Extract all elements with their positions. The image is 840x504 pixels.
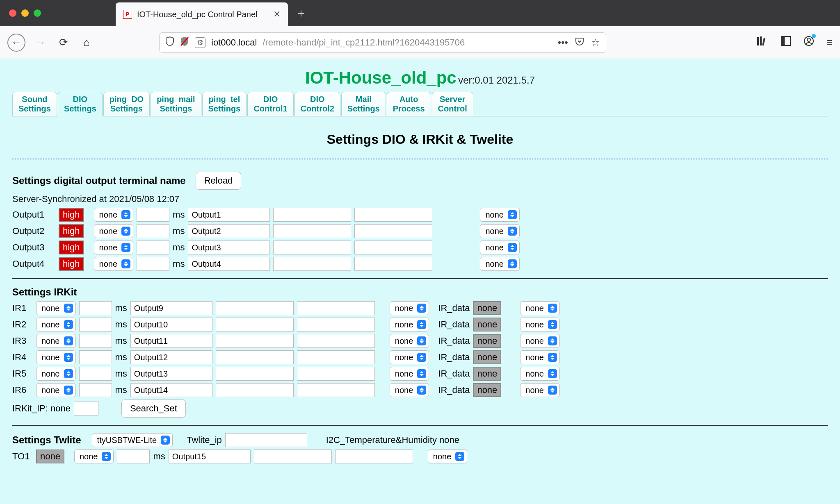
field1-input[interactable] [216, 301, 294, 315]
irdata-value[interactable]: none [473, 334, 501, 348]
name-input[interactable] [130, 383, 212, 397]
interval-select[interactable]: none [36, 367, 76, 381]
twlite-ip-input[interactable] [225, 433, 307, 447]
tab-ping-do[interactable]: ping_DOSettings [103, 92, 150, 116]
name-input[interactable] [188, 257, 270, 271]
name-input[interactable] [188, 241, 270, 254]
field2-input[interactable] [297, 334, 375, 348]
field2-input[interactable] [354, 208, 432, 222]
field2-input[interactable] [354, 241, 432, 254]
irdata-value[interactable]: none [473, 367, 501, 381]
interval-select[interactable]: none [94, 224, 134, 238]
interval-select[interactable]: none [74, 450, 114, 463]
field2-input[interactable] [335, 450, 413, 463]
page-actions-icon[interactable]: ••• [558, 37, 568, 48]
option-select[interactable]: none [480, 208, 520, 222]
field2-input[interactable] [297, 350, 375, 364]
window-close[interactable] [9, 9, 16, 17]
tab-mail[interactable]: MailSettings [341, 92, 386, 116]
state-badge[interactable]: high [59, 257, 84, 271]
window-minimize[interactable] [21, 9, 29, 17]
option-select[interactable]: none [390, 334, 429, 348]
irdata-select[interactable]: none [520, 367, 560, 381]
tab-server[interactable]: ServerControl [432, 92, 473, 116]
field1-input[interactable] [273, 241, 351, 254]
ms-input[interactable] [137, 208, 169, 222]
window-zoom[interactable] [34, 9, 41, 17]
field1-input[interactable] [254, 450, 332, 463]
irdata-select[interactable]: none [520, 318, 560, 331]
irdata-select[interactable]: none [520, 301, 560, 315]
new-tab-button[interactable]: ＋ [292, 4, 310, 22]
ms-input[interactable] [137, 257, 169, 271]
name-input[interactable] [130, 367, 212, 381]
name-input[interactable] [188, 224, 270, 238]
back-button[interactable]: ← [7, 34, 25, 52]
state-badge[interactable]: high [59, 241, 84, 254]
library-icon[interactable] [757, 36, 768, 49]
interval-select[interactable]: none [94, 257, 134, 271]
name-input[interactable] [130, 350, 212, 364]
menu-icon[interactable]: ≡ [826, 36, 833, 49]
tab-ping-tel[interactable]: ping_telSettings [202, 92, 247, 116]
ms-input[interactable] [79, 367, 112, 381]
name-input[interactable] [188, 208, 270, 222]
field1-input[interactable] [273, 224, 351, 238]
tab-close-icon[interactable]: ✕ [273, 9, 281, 20]
field2-input[interactable] [297, 301, 375, 315]
shield-icon[interactable] [165, 36, 174, 49]
interval-select[interactable]: none [94, 208, 134, 222]
option-select[interactable]: none [480, 224, 520, 238]
name-input[interactable] [130, 301, 212, 315]
option-select[interactable]: none [480, 257, 520, 271]
field2-input[interactable] [354, 257, 432, 271]
field1-input[interactable] [273, 208, 351, 222]
interval-select[interactable]: none [94, 241, 134, 254]
tab-sound[interactable]: SoundSettings [12, 92, 57, 116]
search-set-button[interactable]: Search_Set [121, 400, 186, 418]
browser-tab[interactable]: P IOT-House_old_pc Control Panel ✕ [116, 2, 288, 26]
sidebar-icon[interactable] [781, 36, 791, 49]
forward-button[interactable]: → [33, 35, 48, 50]
ms-input[interactable] [79, 350, 112, 364]
field2-input[interactable] [297, 383, 375, 397]
option-select[interactable]: none [390, 318, 429, 331]
ms-input[interactable] [79, 383, 112, 397]
state-badge[interactable]: high [59, 208, 84, 222]
home-button[interactable]: ⌂ [79, 35, 94, 50]
irkit-ip-input[interactable] [74, 402, 98, 415]
tab-dio[interactable]: DIOSettings [58, 92, 103, 116]
option-select[interactable]: none [390, 350, 429, 364]
reload-button[interactable]: Reload [196, 172, 242, 190]
option-select[interactable]: none [428, 450, 468, 463]
to-state[interactable]: none [36, 450, 64, 463]
irdata-select[interactable]: none [520, 383, 560, 397]
option-select[interactable]: none [480, 241, 520, 254]
irdata-select[interactable]: none [520, 334, 560, 348]
field1-input[interactable] [216, 334, 294, 348]
tab-auto[interactable]: AutoProcess [387, 92, 431, 116]
field1-input[interactable] [216, 367, 294, 381]
option-select[interactable]: none [390, 301, 429, 315]
tracking-blocked-icon[interactable] [180, 36, 189, 49]
pocket-icon[interactable] [575, 36, 584, 49]
tab-ping-mail[interactable]: ping_mailSettings [151, 92, 201, 116]
irdata-value[interactable]: none [473, 383, 501, 397]
ms-input[interactable] [79, 334, 112, 348]
ms-input[interactable] [137, 241, 169, 254]
interval-select[interactable]: none [36, 383, 76, 397]
interval-select[interactable]: none [36, 350, 76, 364]
option-select[interactable]: none [390, 383, 429, 397]
reload-button[interactable]: ⟳ [56, 35, 71, 50]
field2-input[interactable] [354, 224, 432, 238]
irdata-value[interactable]: none [473, 350, 501, 364]
field1-input[interactable] [273, 257, 351, 271]
permissions-icon[interactable]: ⚙ [195, 37, 205, 48]
name-input[interactable] [169, 450, 251, 463]
bookmark-star-icon[interactable]: ☆ [591, 37, 600, 48]
account-icon[interactable] [803, 36, 814, 49]
name-input[interactable] [130, 334, 212, 348]
interval-select[interactable]: none [36, 318, 76, 331]
name-input[interactable] [130, 318, 212, 331]
field1-input[interactable] [216, 318, 294, 331]
